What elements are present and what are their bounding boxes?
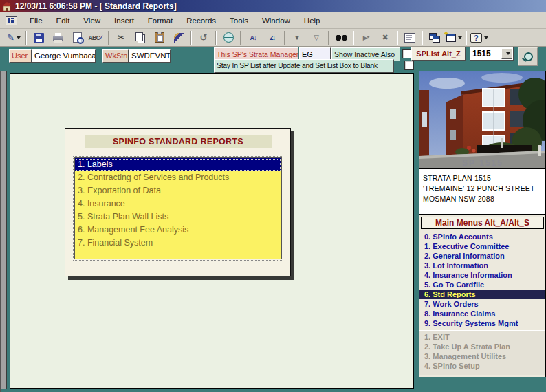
app-house-icon xyxy=(2,2,12,11)
menu-format[interactable]: Format xyxy=(141,14,179,27)
sort-descending-button[interactable]: Z↓ xyxy=(263,30,281,46)
sp-number-dropdown-button[interactable] xyxy=(501,48,512,59)
save-icon xyxy=(34,33,44,43)
menu-item-exit[interactable]: 1. EXIT xyxy=(419,332,545,342)
print-preview-button[interactable] xyxy=(68,30,86,46)
check-icon: ✓ xyxy=(98,34,104,41)
toolbar-separator xyxy=(353,31,354,45)
print-button[interactable] xyxy=(49,30,67,46)
report-item-labels[interactable]: 1. Labels xyxy=(75,158,281,171)
report-item-wall-lists[interactable]: 5. Strata Plan Wall Lists xyxy=(75,210,281,224)
toolbar-separator xyxy=(240,31,241,45)
chevron-down-icon xyxy=(17,36,21,39)
window-title: 12/03/11 6:06:58 PM - [ Standard Reports… xyxy=(15,1,177,11)
menu-item-lot-information[interactable]: 3. Lot Information xyxy=(419,261,545,270)
main-menus-header: Main Menus Alt_A/Alt_S xyxy=(421,217,544,229)
report-item-insurance[interactable]: 4. Insurance xyxy=(75,197,281,210)
wkstn-label: WkStn xyxy=(102,49,129,63)
secondary-menu-list: 1. EXIT 2. Take Up A Strata Plan 3. Mana… xyxy=(419,330,545,375)
right-sidebar: SP 1515 STRATA PLAN 1515 'TREMAINE' 12 P… xyxy=(419,71,546,377)
format-painter-icon xyxy=(174,33,184,43)
user-value-field[interactable]: George Vumbaca xyxy=(32,49,96,63)
spell-check-button[interactable]: ABC ✓ xyxy=(87,30,105,46)
filter-button[interactable]: ▽ xyxy=(307,30,325,46)
user-label: User xyxy=(9,49,32,63)
photo-caption: SP 1515 xyxy=(462,158,503,168)
new-request-icon: ▶* xyxy=(363,34,369,41)
menu-records[interactable]: Records xyxy=(179,14,223,27)
splist-button[interactable]: SPList Alt_Z xyxy=(411,47,466,61)
delete-request-button[interactable]: ✖ xyxy=(376,30,394,46)
layout-tool-button[interactable]: ✎ xyxy=(5,30,23,46)
sp-number-value: 1515 xyxy=(472,49,491,58)
filter-icon: ▽ xyxy=(314,34,319,41)
cascade-windows-button[interactable] xyxy=(426,30,444,46)
menu-item-spinfo-accounts[interactable]: 0. SPInfo Accounts xyxy=(419,232,545,241)
menu-view[interactable]: View xyxy=(76,14,107,27)
standard-reports-dialog: SPINFO STANDARD REPORTS 1. Labels 2. Con… xyxy=(65,128,291,276)
chevron-down-icon xyxy=(506,52,510,55)
menu-insert[interactable]: Insert xyxy=(107,14,141,27)
menu-item-insurance-claims[interactable]: 8. Insurance Claims xyxy=(419,309,545,318)
search-icon xyxy=(524,52,533,61)
show-inactive-checkbox[interactable] xyxy=(402,49,412,58)
menu-item-go-to-cardfile[interactable]: 5. Go To Cardfile xyxy=(419,280,545,290)
address-line-street: 'TREMAINE' 12 PUNCH STREET xyxy=(423,184,542,194)
menu-tools[interactable]: Tools xyxy=(223,14,255,27)
menu-file[interactable]: File xyxy=(23,14,50,27)
form-properties-button[interactable] xyxy=(401,30,419,46)
menu-item-insurance-information[interactable]: 4. Insurance Information xyxy=(419,270,545,280)
sp-number-dropdown[interactable]: 1515 xyxy=(470,47,514,61)
paste-icon xyxy=(155,32,164,43)
help-button[interactable]: ? xyxy=(470,30,489,46)
save-button[interactable] xyxy=(30,30,47,46)
toolbar-separator xyxy=(284,31,285,45)
menu-item-security-systems[interactable]: 9. Security Systems Mgmt xyxy=(419,318,545,328)
undo-button[interactable]: ↺ xyxy=(195,30,212,46)
stay-in-sp-list-label: Stay In SP List after Update and Set Lis… xyxy=(214,59,394,73)
menu-item-take-up-strata-plan[interactable]: 2. Take Up A Strata Plan xyxy=(419,342,545,351)
wkstn-value-field[interactable]: SWDEVNTE xyxy=(129,49,171,63)
report-item-financial[interactable]: 7. Financial System xyxy=(75,237,281,250)
content-panel: SPINFO STANDARD REPORTS 1. Labels 2. Con… xyxy=(10,73,414,389)
report-item-fee-analysis[interactable]: 6. Management Fee Analysis xyxy=(75,224,281,237)
format-painter-button[interactable] xyxy=(170,30,188,46)
copy-icon xyxy=(135,32,143,41)
report-item-contracting[interactable]: 2. Contracting of Services and Products xyxy=(75,171,281,184)
menu-item-work-orders[interactable]: 7. Work Orders xyxy=(419,299,545,309)
new-window-icon xyxy=(446,34,456,42)
toolbar-separator xyxy=(190,31,192,45)
sort-ascending-button[interactable]: A↓ xyxy=(244,30,262,46)
filter-edit-button[interactable]: ▼ xyxy=(288,30,306,46)
toolbar-separator xyxy=(328,31,329,45)
left-scroll-strip[interactable] xyxy=(1,71,7,389)
report-item-exportation[interactable]: 3. Exportation of Data xyxy=(75,184,281,197)
toolbar-separator xyxy=(422,31,423,45)
menu-item-management-utilities[interactable]: 3. Management Utilites xyxy=(419,351,545,361)
paste-button[interactable] xyxy=(151,30,168,46)
cut-button[interactable]: ✂ xyxy=(112,30,130,46)
new-window-button[interactable] xyxy=(445,30,463,46)
new-request-button[interactable]: ▶* xyxy=(357,30,375,46)
stay-in-sp-list-checkbox[interactable] xyxy=(404,61,414,70)
menu-item-general-information[interactable]: 2. General Information xyxy=(419,251,545,261)
help-icon: ? xyxy=(470,33,482,43)
chevron-down-icon xyxy=(458,36,462,39)
title-bar: 12/03/11 6:06:58 PM - [ Standard Reports… xyxy=(0,0,546,12)
hyperlink-button[interactable] xyxy=(219,30,237,46)
menu-item-spinfo-setup[interactable]: 4. SPInfo Setup xyxy=(419,361,545,371)
toolbar-separator xyxy=(215,31,217,45)
report-list: 1. Labels 2. Contracting of Services and… xyxy=(74,157,282,259)
menu-item-std-reports[interactable]: 6. Std Reports xyxy=(419,290,545,299)
menu-window[interactable]: Window xyxy=(255,14,297,27)
document-control-icon[interactable] xyxy=(6,16,17,25)
copy-button[interactable] xyxy=(131,30,149,46)
menu-item-executive-committee[interactable]: 1. Executive Committee xyxy=(419,241,545,251)
search-sp-button[interactable] xyxy=(518,47,538,66)
menu-help[interactable]: Help xyxy=(297,14,327,27)
cascade-windows-icon xyxy=(429,33,440,43)
menu-edit[interactable]: Edit xyxy=(50,14,77,27)
dialog-title: SPINFO STANDARD REPORTS xyxy=(85,135,272,148)
toolbar-separator xyxy=(25,31,27,45)
find-button[interactable] xyxy=(332,30,350,46)
